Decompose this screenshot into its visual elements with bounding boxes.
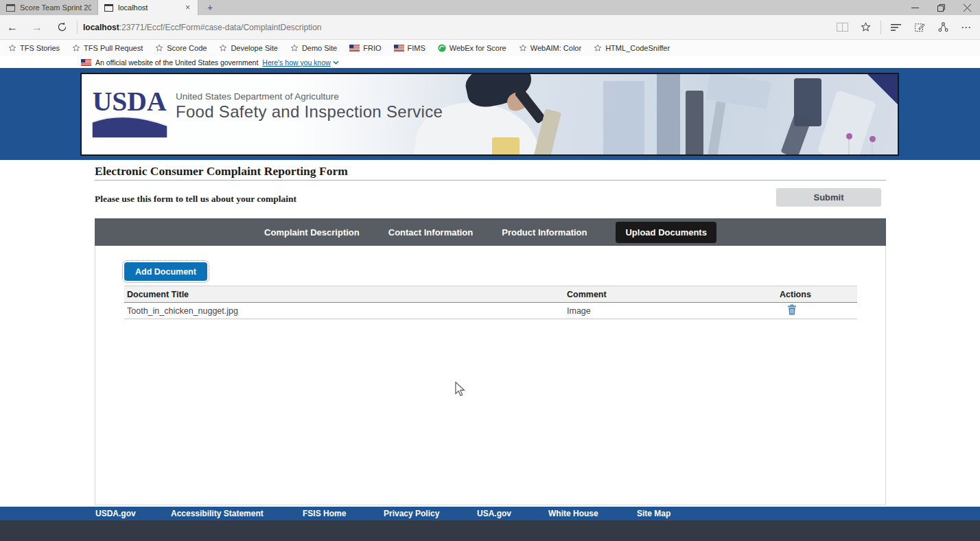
favorite-label: FRIO bbox=[363, 44, 381, 52]
close-window-button[interactable] bbox=[954, 0, 980, 15]
upload-documents-panel: Add Document Document Title Comment Acti… bbox=[95, 246, 886, 505]
url-divider bbox=[77, 21, 78, 34]
tab-title: Score Team Sprint 20 - Micr bbox=[20, 3, 91, 12]
url-path: :23771/Eccf/EccfForm#case-data/Complaint… bbox=[119, 23, 322, 32]
us-flag-icon bbox=[394, 45, 404, 51]
footer-link-usa-gov[interactable]: USA.gov bbox=[477, 507, 511, 520]
favorite-label: TFS Stories bbox=[20, 44, 60, 52]
favorite-tfs-stories[interactable]: TFS Stories bbox=[8, 44, 60, 52]
new-tab-button[interactable]: + bbox=[198, 0, 222, 15]
favorite-label: WebAIM: Color bbox=[530, 44, 581, 52]
form-tab-bar: Complaint Description Contact Informatio… bbox=[95, 218, 886, 246]
usda-service-name: Food Safety and Inspection Service bbox=[176, 102, 443, 122]
footer-link-site-map[interactable]: Site Map bbox=[637, 507, 670, 520]
gov-banner-link[interactable]: Here's how you know bbox=[262, 58, 338, 67]
more-actions-icon[interactable]: ⋯ bbox=[958, 21, 975, 34]
footer-link-white-house[interactable]: White House bbox=[548, 507, 598, 520]
favorite-label: TFS Pull Request bbox=[84, 44, 143, 52]
column-actions: Actions bbox=[777, 286, 857, 303]
document-title-cell: Tooth_in_chicken_nugget.jpg bbox=[124, 303, 564, 319]
footer-link-privacy-policy[interactable]: Privacy Policy bbox=[384, 507, 439, 520]
favorite-label: FIMS bbox=[408, 44, 425, 52]
hero-pipette-tip bbox=[870, 136, 876, 142]
delete-document-button[interactable] bbox=[787, 304, 797, 315]
favorite-fims[interactable]: FIMS bbox=[394, 44, 425, 52]
footer-link-accessibility[interactable]: Accessibility Statement bbox=[171, 507, 264, 520]
hero-lab-equipment bbox=[708, 101, 726, 156]
table-row: Tooth_in_chicken_nugget.jpg Image bbox=[124, 303, 857, 319]
gov-banner: An official website of the United States… bbox=[0, 56, 980, 68]
star-icon bbox=[594, 44, 602, 52]
page-title: Electronic Consumer Complaint Reporting … bbox=[95, 164, 348, 179]
minimize-button[interactable] bbox=[902, 0, 928, 15]
documents-table: Document Title Comment Actions Tooth_in_… bbox=[124, 286, 857, 319]
document-comment-cell: Image bbox=[564, 303, 777, 319]
tab-complaint-description[interactable]: Complaint Description bbox=[264, 227, 360, 238]
forward-button[interactable]: → bbox=[25, 21, 49, 34]
web-note-icon[interactable] bbox=[911, 22, 928, 32]
usda-agency-name: United States Department of Agriculture bbox=[176, 91, 339, 102]
url-field[interactable]: localhost:23771/Eccf/EccfForm#case-data/… bbox=[83, 23, 321, 32]
footer-link-usda-gov[interactable]: USDA.gov bbox=[95, 507, 136, 520]
favorite-score-code[interactable]: Score Code bbox=[155, 44, 207, 52]
favorite-label: Score Code bbox=[167, 44, 207, 52]
refresh-button[interactable] bbox=[49, 22, 74, 32]
footer-link-fsis-home[interactable]: FSIS Home bbox=[303, 507, 346, 520]
hero-pipette bbox=[872, 142, 873, 156]
favorite-label: HTML_CodeSniffer bbox=[605, 44, 670, 52]
page-subtitle: Please use this form to tell us about yo… bbox=[95, 194, 296, 205]
address-bar-actions: ⋯ bbox=[834, 21, 980, 34]
favorite-label: WebEx for Score bbox=[450, 44, 506, 52]
hero-pipette-tip bbox=[846, 133, 852, 139]
browser-window: Score Team Sprint 20 - Micr localhost × … bbox=[0, 0, 980, 541]
tab-page-icon bbox=[6, 4, 15, 12]
add-document-button[interactable]: Add Document bbox=[124, 262, 207, 281]
restore-button[interactable] bbox=[928, 0, 954, 15]
favorite-webaim-color[interactable]: WebAIM: Color bbox=[519, 44, 581, 52]
favorites-star-icon[interactable] bbox=[857, 22, 874, 32]
browser-tab-strip: Score Team Sprint 20 - Micr localhost × … bbox=[0, 0, 980, 15]
toolbar-divider bbox=[880, 21, 881, 34]
webex-icon bbox=[438, 44, 446, 52]
us-flag-icon bbox=[81, 59, 91, 66]
tab-close-icon[interactable]: × bbox=[184, 3, 191, 12]
url-host: localhost bbox=[83, 23, 119, 32]
hero-lab-equipment bbox=[657, 73, 680, 156]
tab-page-icon bbox=[104, 4, 113, 12]
submit-button[interactable]: Submit bbox=[776, 188, 881, 207]
favorite-html-codesniffer[interactable]: HTML_CodeSniffer bbox=[594, 44, 670, 52]
hero-lab-equipment bbox=[686, 91, 703, 156]
favorite-frio[interactable]: FRIO bbox=[349, 44, 381, 52]
back-button[interactable]: ← bbox=[0, 21, 25, 34]
share-icon[interactable] bbox=[935, 22, 951, 32]
favorite-webex[interactable]: WebEx for Score bbox=[438, 44, 506, 52]
favorite-demo-site[interactable]: Demo Site bbox=[290, 44, 337, 52]
favorites-bar: TFS Stories TFS Pull Request Score Code … bbox=[0, 40, 980, 56]
hero-corner-fold bbox=[867, 74, 898, 104]
usda-logo-text: USDA bbox=[93, 87, 167, 117]
browser-address-bar: ← → localhost:23771/Eccf/EccfForm#case-d… bbox=[0, 15, 980, 40]
hero-yellow-patch bbox=[492, 137, 520, 156]
favorite-tfs-pull-request[interactable]: TFS Pull Request bbox=[72, 44, 143, 52]
documents-table-header: Document Title Comment Actions bbox=[124, 286, 857, 303]
footer-dark-bar: Electronic Consumer Complaint Form bbox=[0, 520, 980, 541]
tab-title: localhost bbox=[118, 3, 179, 12]
favorite-label: Demo Site bbox=[302, 44, 337, 52]
chevron-down-icon bbox=[333, 60, 339, 65]
reading-view-icon[interactable] bbox=[834, 23, 850, 32]
tab-product-information[interactable]: Product Information bbox=[502, 227, 587, 238]
trash-icon bbox=[787, 304, 797, 315]
hub-icon[interactable] bbox=[888, 23, 905, 32]
browser-tab-2[interactable]: localhost × bbox=[98, 0, 198, 15]
gov-banner-link-label: Here's how you know bbox=[262, 58, 330, 67]
favorite-develope-site[interactable]: Develope Site bbox=[219, 44, 278, 52]
star-icon bbox=[290, 44, 299, 52]
tab-upload-documents[interactable]: Upload Documents bbox=[616, 222, 716, 243]
star-icon bbox=[219, 44, 227, 52]
us-flag-icon bbox=[349, 45, 360, 51]
title-divider bbox=[95, 180, 886, 181]
footer-link-bar: USDA.gov Accessibility Statement FSIS Ho… bbox=[0, 507, 980, 520]
browser-tab-1[interactable]: Score Team Sprint 20 - Micr bbox=[0, 0, 98, 15]
column-comment: Comment bbox=[564, 286, 777, 303]
tab-contact-information[interactable]: Contact Information bbox=[388, 227, 474, 238]
